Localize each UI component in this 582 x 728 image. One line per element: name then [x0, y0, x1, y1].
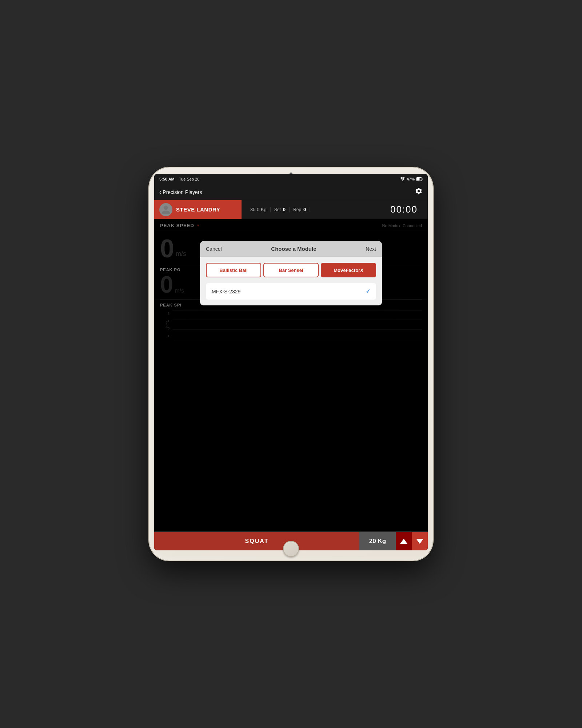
- settings-button[interactable]: [415, 187, 423, 197]
- chevron-left-icon: ‹: [159, 189, 161, 195]
- tablet-device: 5:50 AM Tue Sep 28 47%: [149, 167, 433, 561]
- triangle-up-icon: [400, 539, 407, 544]
- weight-display: 20 Kg: [359, 532, 396, 550]
- battery-icon: [416, 177, 423, 181]
- rep-value: 0: [303, 207, 306, 212]
- home-button[interactable]: [283, 541, 299, 557]
- nav-back-label: Precision Players: [163, 189, 202, 195]
- set-value: 0: [283, 207, 286, 212]
- weight-up-button[interactable]: [396, 532, 412, 550]
- cancel-button[interactable]: Cancel: [206, 246, 222, 252]
- set-label: Set: [274, 207, 281, 212]
- back-button[interactable]: ‹ Precision Players: [159, 189, 202, 195]
- exercise-button[interactable]: SQUAT: [154, 532, 359, 550]
- timer-text: 00:00: [390, 204, 418, 215]
- timer-display: 00:00: [385, 204, 423, 215]
- tab-movefactorx[interactable]: MoveFactorX: [321, 263, 376, 277]
- device-item-mfx-s-2329[interactable]: MFX-S-2329 ✓: [206, 283, 376, 300]
- device-list: MFX-S-2329 ✓: [206, 283, 376, 300]
- status-time: 5:50 AM: [159, 177, 175, 181]
- nav-bar: ‹ Precision Players: [154, 184, 428, 200]
- status-date: Tue Sep 28: [179, 177, 199, 181]
- avatar-icon: [161, 205, 171, 215]
- module-tabs: Ballistic Ball Bar Sensei MoveFactorX: [206, 263, 376, 277]
- svg-rect-2: [422, 178, 423, 180]
- modal-title: Choose a Module: [271, 246, 316, 252]
- tablet-screen: 5:50 AM Tue Sep 28 47%: [154, 174, 428, 550]
- main-content: PEAK SPEED ▼ No Module Connected 0 m/s P…: [154, 219, 428, 531]
- device-selected-checkmark: ✓: [366, 288, 370, 295]
- rep-label: Rep: [293, 207, 301, 212]
- wifi-icon: [400, 177, 405, 181]
- gear-icon: [415, 187, 423, 195]
- next-button[interactable]: Next: [366, 246, 376, 252]
- player-stats: 85.0 Kg Set 0 Rep 0 00:00: [242, 200, 428, 219]
- modal-header: Cancel Choose a Module Next: [200, 241, 382, 257]
- player-header: STEVE LANDRY 85.0 Kg Set 0 Rep 0 00:00: [154, 200, 428, 219]
- status-bar: 5:50 AM Tue Sep 28 47%: [154, 174, 428, 184]
- tab-bar-sensei[interactable]: Bar Sensei: [263, 263, 319, 277]
- weight-down-button[interactable]: [412, 532, 428, 550]
- svg-rect-1: [417, 178, 420, 181]
- weight-text: 20 Kg: [369, 538, 386, 545]
- weight-stat: 85.0 Kg: [247, 207, 271, 212]
- player-name: STEVE LANDRY: [176, 206, 220, 213]
- battery-percent: 47%: [407, 177, 415, 181]
- player-info: STEVE LANDRY: [154, 200, 242, 219]
- modal-body: Ballistic Ball Bar Sensei MoveFactorX: [200, 257, 382, 305]
- triangle-down-icon: [416, 539, 423, 544]
- avatar: [159, 203, 172, 216]
- rep-stat: Rep 0: [290, 207, 310, 212]
- module-chooser-dialog: Cancel Choose a Module Next Ballistic Ba…: [200, 241, 382, 305]
- tab-ballistic-ball[interactable]: Ballistic Ball: [206, 263, 261, 277]
- modal-overlay: Cancel Choose a Module Next Ballistic Ba…: [154, 219, 428, 531]
- device-name: MFX-S-2329: [212, 289, 240, 294]
- set-stat: Set 0: [271, 207, 290, 212]
